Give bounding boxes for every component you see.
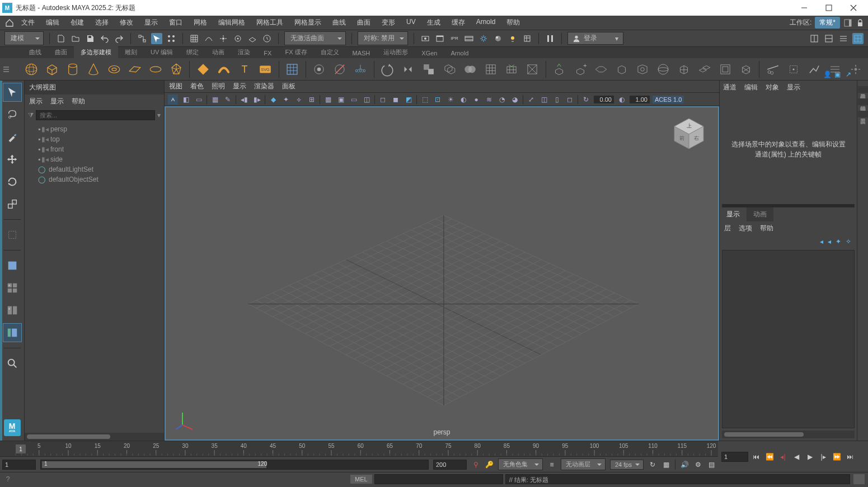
- outliner-hscrollbar[interactable]: [25, 433, 164, 441]
- rotate-tool-button[interactable]: [3, 172, 22, 191]
- shelf-tab-绑定[interactable]: 绑定: [180, 46, 205, 58]
- extrude-add-icon[interactable]: +: [573, 62, 588, 77]
- step-forward-button[interactable]: |▸: [818, 451, 829, 462]
- playback-start-input[interactable]: [2, 460, 36, 470]
- separate-icon[interactable]: [442, 62, 457, 77]
- vp-resolution-gate-icon[interactable]: ▭: [349, 94, 359, 105]
- render-view-icon[interactable]: [420, 33, 431, 44]
- scale-tool-button[interactable]: [3, 195, 22, 214]
- poly-sphere-icon[interactable]: [24, 62, 39, 77]
- playblast-toggle-icon[interactable]: [545, 33, 556, 44]
- menu-生成[interactable]: 生成: [421, 16, 446, 30]
- vp-dof-icon[interactable]: ◕: [510, 94, 520, 105]
- vp-shading-textured-icon[interactable]: ◩: [403, 94, 414, 105]
- viewport-menu-着色[interactable]: 着色: [190, 82, 204, 91]
- select-by-object-icon[interactable]: [151, 33, 162, 44]
- step-back-key-button[interactable]: ⏪: [764, 451, 775, 462]
- wireframe-sphere-icon[interactable]: [655, 62, 670, 77]
- vp-xray-active-icon[interactable]: ◻: [565, 94, 575, 105]
- poly-disc-icon[interactable]: [148, 62, 163, 77]
- target-weld-icon[interactable]: [786, 62, 801, 77]
- light-editor-icon[interactable]: [507, 33, 518, 44]
- menu-缓存[interactable]: 缓存: [446, 16, 471, 30]
- paint-select-tool-button[interactable]: [3, 127, 22, 146]
- panel-layout-icon-2[interactable]: [823, 33, 834, 44]
- go-to-end-button[interactable]: ⏭: [844, 451, 856, 462]
- vp-wire-on-shaded-icon[interactable]: ⬚: [420, 94, 430, 105]
- outliner-menu-帮助[interactable]: 帮助: [72, 97, 85, 106]
- viewport-menu-视图[interactable]: 视图: [169, 82, 182, 91]
- vtab-attribute-editor[interactable]: 属性编辑器: [858, 98, 868, 105]
- vp-safe-title-icon[interactable]: ⟡: [294, 94, 304, 105]
- bridge-icon[interactable]: [593, 62, 608, 77]
- playback-prefs-icon[interactable]: ▦: [660, 459, 672, 470]
- vp-cam-prev-icon[interactable]: ◂▮: [239, 94, 249, 105]
- fps-dropdown[interactable]: 24 fps: [610, 460, 644, 470]
- symmetry-dropdown[interactable]: 对称: 禁用: [358, 31, 408, 45]
- help-icon[interactable]: ?: [0, 475, 16, 483]
- vp-bookmark-icon[interactable]: ◧: [181, 94, 191, 105]
- duplicate-face-icon[interactable]: [697, 62, 712, 77]
- shelf-tab-曲线[interactable]: 曲线: [22, 46, 48, 58]
- collapse-icon[interactable]: [738, 62, 753, 77]
- render-setup-icon[interactable]: [522, 33, 533, 44]
- audio-icon[interactable]: 🔊: [679, 459, 690, 470]
- panel-layout-icon-4[interactable]: [852, 33, 864, 44]
- panel-layout-icon-3[interactable]: [838, 33, 849, 44]
- menu-Arnold[interactable]: Arnold: [471, 16, 501, 30]
- shelf-tab-曲面[interactable]: 曲面: [48, 46, 74, 58]
- detach-icon[interactable]: [717, 62, 733, 77]
- shelf-tab-MASH[interactable]: MASH: [346, 48, 377, 58]
- vp-shading-smooth-icon[interactable]: ◼: [391, 94, 401, 105]
- vtab-tool-settings[interactable]: 工具设置: [858, 111, 868, 117]
- vp-exposure-value[interactable]: 0.00: [594, 96, 614, 103]
- vp-safe-action-icon[interactable]: ✦: [281, 94, 291, 105]
- auto-key-icon[interactable]: ⚲: [470, 459, 481, 470]
- vp-grid-icon[interactable]: ▦: [323, 94, 333, 105]
- four-pane-layout-button[interactable]: +: [3, 278, 22, 297]
- snap-point-icon[interactable]: [218, 33, 229, 44]
- render-frame-icon[interactable]: [434, 33, 445, 44]
- fill-hole-icon[interactable]: [635, 62, 650, 77]
- menu-文件[interactable]: 文件: [16, 16, 40, 30]
- shelf-tab-UV 编辑[interactable]: UV 编辑: [144, 46, 180, 58]
- outliner-item-persp[interactable]: ▪▮◂persp: [25, 124, 164, 134]
- playback-loop-icon[interactable]: ↻: [647, 459, 658, 470]
- triangulate-icon[interactable]: [525, 62, 540, 77]
- outliner-item-defaultObjectSet[interactable]: ◯defaultObjectSet: [25, 174, 164, 185]
- outliner-search-input[interactable]: [36, 110, 155, 120]
- viewport-3d[interactable]: 上 前 右 persp: [165, 106, 719, 441]
- layer-new-empty-icon[interactable]: ✦: [836, 238, 841, 245]
- menu-网格[interactable]: 网格: [188, 16, 213, 30]
- shelf-tab-动画[interactable]: 动画: [205, 46, 231, 58]
- vp-exposure-icon[interactable]: ↻: [581, 94, 591, 105]
- vp-shading-wireframe-icon[interactable]: ◻: [378, 94, 388, 105]
- channel-menu-对象[interactable]: 对象: [766, 83, 779, 92]
- extrude-icon[interactable]: [552, 62, 567, 77]
- menu-编辑网格[interactable]: 编辑网格: [213, 16, 251, 30]
- redo-icon[interactable]: [114, 33, 125, 44]
- menu-帮助[interactable]: 帮助: [501, 16, 526, 30]
- poly-type-icon[interactable]: T: [237, 62, 252, 77]
- vp-colorspace-button[interactable]: ACES 1.0: [653, 96, 684, 103]
- live-surface-dropdown[interactable]: 无激活曲面: [284, 31, 346, 45]
- connect-icon[interactable]: [807, 62, 822, 77]
- play-backward-button[interactable]: ◀: [791, 451, 802, 462]
- viewport-menu-面板[interactable]: 面板: [282, 82, 295, 91]
- retopo-icon[interactable]: [504, 62, 519, 77]
- vp-antialias-icon[interactable]: ◔: [497, 94, 507, 105]
- shelf-tab-自定义[interactable]: 自定义: [314, 46, 346, 58]
- search-dropdown-icon[interactable]: ▾: [157, 111, 161, 119]
- render-sequence-icon[interactable]: [463, 33, 475, 44]
- move-tool-button[interactable]: [3, 150, 22, 169]
- current-frame-indicator[interactable]: 1: [16, 445, 26, 453]
- set-key-icon[interactable]: 🔑: [484, 459, 495, 470]
- playback-end-input[interactable]: [433, 460, 467, 470]
- bevel-cube-icon[interactable]: [614, 62, 629, 77]
- shelf-tab-运动图形[interactable]: 运动图形: [377, 46, 415, 58]
- maya-badge-icon[interactable]: MAYA: [4, 419, 21, 436]
- vp-image-plane-icon[interactable]: ▭: [194, 94, 204, 105]
- current-time-input[interactable]: [721, 452, 748, 462]
- outliner-item-top[interactable]: ▪▮◂top: [25, 134, 164, 144]
- last-tool-button[interactable]: [3, 225, 22, 244]
